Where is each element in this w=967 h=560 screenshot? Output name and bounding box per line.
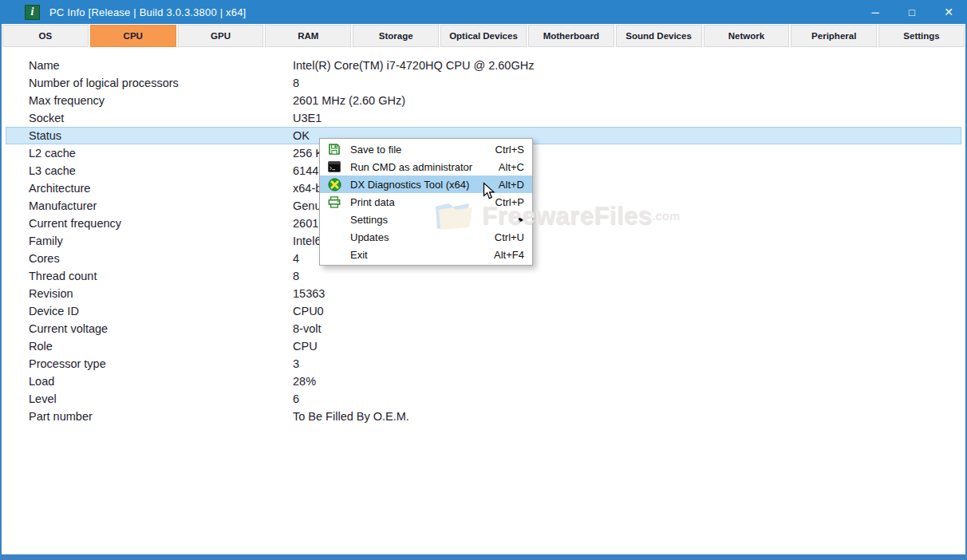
- row-value: 15363: [293, 285, 325, 302]
- tab-settings[interactable]: Settings: [878, 25, 965, 47]
- row-label: Part number: [29, 408, 93, 425]
- window-title: PC Info [Release | Build 3.0.3.3800 | x6…: [49, 6, 246, 18]
- table-row-device-id[interactable]: Device IDCPU0: [2, 302, 965, 320]
- menu-item-shortcut: Alt+F4: [494, 249, 524, 261]
- menu-item-settings[interactable]: Settings▶: [320, 211, 532, 228]
- row-label: Family: [29, 232, 63, 250]
- app-window: i PC Info [Release | Build 3.0.3.3800 | …: [0, 0, 967, 560]
- row-value: To Be Filled By O.E.M.: [293, 408, 409, 425]
- tab-label: GPU: [211, 31, 231, 41]
- row-label: Status: [29, 127, 61, 144]
- table-row-load[interactable]: Load28%: [2, 373, 965, 390]
- maximize-button[interactable]: □: [894, 0, 930, 24]
- save-icon: [324, 143, 345, 156]
- table-row-thread-count[interactable]: Thread count8: [2, 267, 965, 285]
- context-menu: Save to fileCtrl+SRun CMD as administrat…: [319, 138, 533, 266]
- table-row-part-number[interactable]: Part numberTo Be Filled By O.E.M.: [2, 408, 965, 425]
- tab-optical-devices[interactable]: Optical Devices: [440, 25, 527, 47]
- tab-label: CPU: [124, 31, 143, 41]
- tab-network[interactable]: Network: [704, 25, 790, 47]
- row-label: Revision: [29, 285, 73, 302]
- row-label: Thread count: [29, 267, 97, 285]
- table-row-processor-type[interactable]: Processor type3: [2, 355, 965, 373]
- menu-item-run-cmd-as-administrator[interactable]: Run CMD as administratorAlt+C: [320, 158, 532, 175]
- tab-peripheral[interactable]: Peripheral: [791, 25, 877, 47]
- row-value: CPU0: [293, 302, 324, 320]
- row-label: Max frequency: [29, 92, 105, 109]
- row-label: Device ID: [29, 302, 79, 320]
- tab-label: Motherboard: [543, 31, 599, 41]
- table-row-name[interactable]: NameIntel(R) Core(TM) i7-4720HQ CPU @ 2.…: [2, 57, 965, 74]
- row-label: Number of logical processors: [29, 74, 179, 92]
- row-value: x64-b: [293, 179, 322, 197]
- minimize-button[interactable]: ─: [857, 0, 894, 24]
- menu-item-label: Run CMD as administrator: [345, 161, 499, 173]
- table-row-socket[interactable]: SocketU3E1: [2, 109, 965, 127]
- row-value: 28%: [293, 373, 316, 390]
- row-value: 2601 MHz (2.60 GHz): [293, 92, 405, 109]
- row-label: Processor type: [29, 355, 106, 373]
- tab-motherboard[interactable]: Motherboard: [528, 25, 614, 47]
- row-value: 8: [293, 267, 299, 285]
- row-value: Intel6: [293, 232, 321, 250]
- menu-item-label: Settings: [345, 214, 519, 226]
- menu-item-shortcut: Alt+D: [499, 179, 524, 191]
- menu-item-exit[interactable]: ExitAlt+F4: [320, 246, 532, 263]
- menu-item-dx-diagnostics-tool-x64[interactable]: DX Diagnostics Tool (x64)Alt+D: [320, 175, 532, 193]
- table-row-number-of-logical-processors[interactable]: Number of logical processors8: [2, 74, 965, 92]
- row-label: Load: [29, 373, 54, 390]
- tab-label: RAM: [298, 31, 318, 41]
- row-value: 6: [293, 390, 299, 408]
- tab-label: Peripheral: [811, 31, 856, 41]
- tab-storage[interactable]: Storage: [353, 25, 439, 47]
- tab-bar: OSCPUGPURAMStorageOptical DevicesMotherb…: [2, 24, 965, 49]
- cmd-icon: [324, 161, 345, 172]
- menu-item-label: Save to file: [345, 144, 495, 156]
- row-label: Current frequency: [29, 215, 121, 232]
- caption-buttons: ─ □ ✕: [857, 0, 967, 24]
- tab-ram[interactable]: RAM: [265, 25, 351, 47]
- table-row-level[interactable]: Level6: [2, 390, 965, 408]
- menu-item-label: DX Diagnostics Tool (x64): [345, 179, 499, 191]
- tab-cpu[interactable]: CPU: [90, 25, 176, 47]
- menu-item-print-data[interactable]: Print dataCtrl+P: [320, 193, 532, 211]
- tab-label: Storage: [379, 31, 413, 41]
- menu-item-shortcut: Alt+C: [499, 161, 524, 173]
- dx-icon: [324, 178, 345, 191]
- menu-item-label: Print data: [345, 196, 495, 208]
- row-label: Name: [29, 57, 60, 74]
- tab-label: Optical Devices: [449, 31, 518, 41]
- tab-label: OS: [39, 31, 53, 41]
- row-label: Role: [29, 337, 53, 355]
- tab-gpu[interactable]: GPU: [178, 25, 264, 47]
- row-value: 3: [293, 355, 299, 373]
- row-value: 8: [293, 74, 299, 92]
- menu-item-label: Exit: [345, 249, 494, 261]
- row-value: 2601: [293, 215, 318, 232]
- row-value: 8-volt: [293, 320, 321, 337]
- menu-item-shortcut: Ctrl+U: [495, 231, 524, 243]
- printer-icon: [324, 196, 345, 208]
- row-label: L2 cache: [29, 144, 76, 162]
- tab-sound-devices[interactable]: Sound Devices: [616, 25, 702, 47]
- app-icon: i: [25, 5, 40, 20]
- menu-item-shortcut: Ctrl+P: [495, 196, 524, 208]
- row-value: OK: [293, 127, 310, 144]
- table-row-max-frequency[interactable]: Max frequency2601 MHz (2.60 GHz): [2, 92, 965, 109]
- tab-label: Settings: [903, 31, 939, 41]
- table-row-current-voltage[interactable]: Current voltage8-volt: [2, 320, 965, 337]
- row-value: CPU: [293, 337, 318, 355]
- tab-label: Sound Devices: [626, 31, 691, 41]
- tab-label: Network: [728, 31, 764, 41]
- menu-item-save-to-file[interactable]: Save to fileCtrl+S: [320, 140, 532, 158]
- title-bar[interactable]: i PC Info [Release | Build 3.0.3.3800 | …: [0, 0, 967, 24]
- row-value: 6144: [293, 162, 318, 179]
- row-label: Socket: [29, 109, 64, 127]
- table-row-role[interactable]: RoleCPU: [2, 337, 965, 355]
- table-row-revision[interactable]: Revision15363: [2, 285, 965, 302]
- menu-item-updates[interactable]: UpdatesCtrl+U: [320, 228, 532, 246]
- row-label: Current voltage: [29, 320, 108, 337]
- tab-os[interactable]: OS: [2, 25, 89, 47]
- close-button[interactable]: ✕: [930, 0, 967, 24]
- row-value: Intel(R) Core(TM) i7-4720HQ CPU @ 2.60GH…: [293, 57, 534, 74]
